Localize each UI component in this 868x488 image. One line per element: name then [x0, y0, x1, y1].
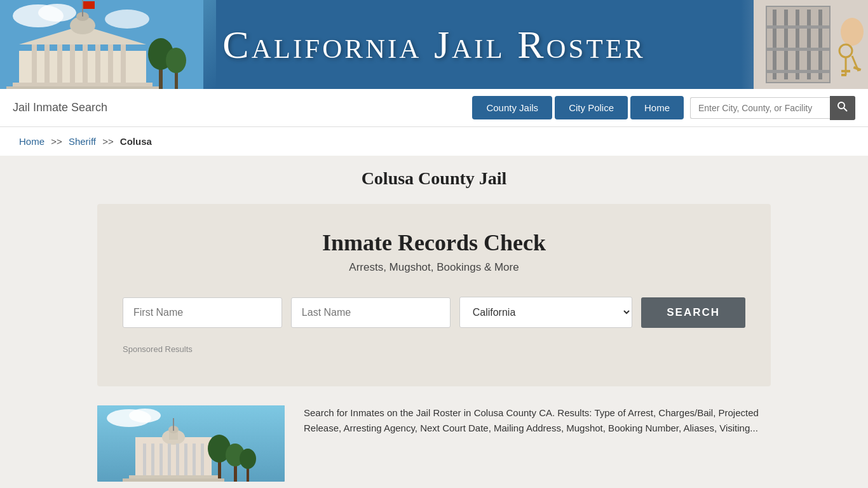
svg-rect-8 [70, 44, 75, 89]
svg-rect-67 [129, 475, 218, 478]
state-select[interactable]: AlabamaAlaskaArizonaArkansasCaliforniaCo… [459, 297, 633, 328]
svg-line-43 [844, 108, 847, 111]
breadcrumb-sheriff[interactable]: Sheriff [69, 136, 96, 147]
breadcrumb-sep-1: >> [51, 136, 62, 147]
nav-search-box [690, 96, 855, 120]
banner-right-image [741, 0, 868, 89]
nav-search-input[interactable] [690, 97, 830, 119]
city-police-button[interactable]: City Police [555, 96, 628, 119]
main-content: Colusa County Jail Inmate Records Check … [78, 156, 790, 488]
bottom-image [97, 405, 285, 482]
svg-rect-31 [818, 10, 822, 79]
svg-point-24 [166, 48, 186, 73]
svg-rect-27 [773, 10, 776, 79]
svg-rect-29 [796, 10, 799, 79]
banner-title: California Jail Roster [222, 22, 645, 67]
svg-rect-20 [6, 86, 159, 89]
svg-rect-34 [766, 70, 830, 73]
inmate-records-title: Inmate Records Check [123, 229, 745, 256]
svg-rect-33 [766, 48, 830, 51]
svg-rect-11 [108, 44, 113, 89]
sponsored-label: Sponsored Results [123, 344, 193, 354]
svg-rect-32 [766, 25, 830, 29]
nav-brand: Jail Inmate Search [13, 101, 472, 114]
svg-rect-12 [121, 44, 126, 89]
svg-rect-38 [841, 70, 850, 72]
search-icon [837, 102, 848, 112]
first-name-input[interactable] [123, 297, 282, 328]
county-jails-button[interactable]: County Jails [472, 96, 552, 119]
svg-rect-7 [57, 44, 62, 89]
bottom-description: Search for Inmates on the Jail Roster in… [304, 405, 771, 436]
svg-rect-18 [83, 1, 95, 9]
breadcrumb: Home >> Sheriff >> Colusa [0, 127, 868, 156]
svg-rect-39 [841, 74, 846, 76]
svg-rect-10 [95, 44, 100, 89]
svg-rect-19 [13, 83, 153, 86]
svg-point-35 [841, 18, 864, 46]
header-banner: California Jail Roster [0, 0, 868, 89]
svg-rect-17 [82, 0, 83, 17]
home-button[interactable]: Home [630, 96, 684, 119]
inmate-records-subtitle: Arrests, Mugshot, Bookings & More [123, 261, 745, 274]
svg-point-42 [838, 102, 844, 109]
page-title: Colusa County Jail [97, 168, 771, 189]
svg-rect-9 [83, 44, 88, 89]
svg-point-47 [129, 409, 161, 423]
navbar: Jail Inmate Search County Jails City Pol… [0, 89, 868, 127]
nav-search-button[interactable] [830, 96, 855, 120]
svg-rect-5 [32, 44, 37, 89]
svg-rect-30 [807, 10, 811, 79]
svg-rect-6 [44, 44, 50, 89]
inmate-search-form: AlabamaAlaskaArizonaArkansasCaliforniaCo… [123, 297, 745, 328]
svg-rect-68 [123, 478, 224, 482]
banner-left-image [0, 0, 216, 89]
breadcrumb-home[interactable]: Home [19, 136, 44, 147]
svg-point-3 [105, 10, 149, 29]
svg-rect-60 [173, 418, 174, 431]
breadcrumb-current: Colusa [120, 136, 152, 147]
last-name-input[interactable] [291, 297, 451, 328]
breadcrumb-sep-2: >> [102, 136, 114, 147]
svg-rect-28 [784, 10, 788, 79]
inmate-records-box: Inmate Records Check Arrests, Mugshot, B… [97, 204, 771, 386]
bottom-content: Search for Inmates on the Jail Roster in… [97, 405, 771, 482]
nav-buttons: County Jails City Police Home [472, 96, 684, 119]
svg-point-2 [38, 4, 76, 22]
search-button[interactable]: SEARCH [641, 297, 745, 328]
svg-point-66 [240, 449, 256, 469]
